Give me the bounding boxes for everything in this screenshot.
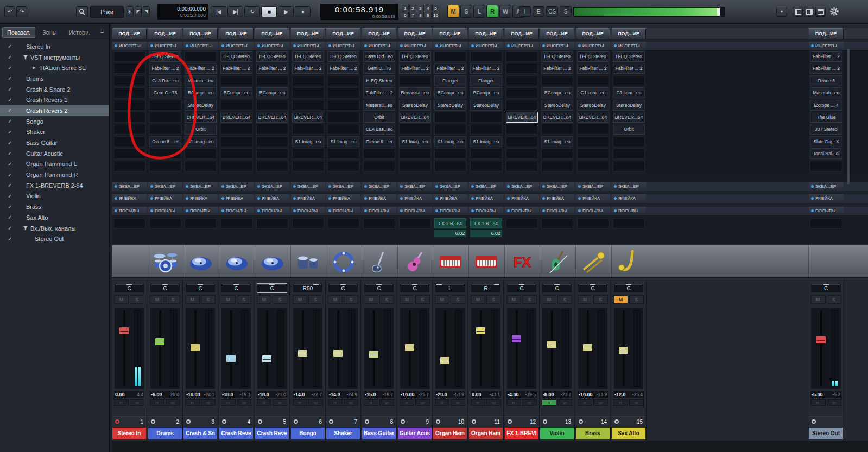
guitar-icon[interactable] [402,249,428,275]
insert-slot[interactable]: Ozone 8 ...er [363,136,395,147]
mute-button[interactable]: M [578,295,592,304]
track-list-item[interactable]: ✓▶HALion Sonic SE [0,62,109,73]
organ-keyboard-icon[interactable] [473,249,499,275]
insert-slot[interactable]: Maserati...eo [810,87,842,98]
visibility-checkmark[interactable]: ✓ [8,65,20,71]
insert-slot[interactable]: Vitamin ...eo [185,75,217,86]
insert-slot[interactable]: H-EQ Stereo [541,51,573,62]
read-automation-button[interactable]: R [114,399,129,406]
channel-name[interactable]: Bass Guitar [362,428,396,439]
insert-slot[interactable]: Bass Rid...eo [363,51,395,62]
peak-value[interactable]: -13.9 [597,392,607,397]
layout-right-zone-button[interactable] [804,7,814,17]
global-w-button[interactable]: W [499,5,511,18]
insert-slot[interactable]: Orbit [363,112,395,123]
peak-value[interactable]: -24.1 [204,392,214,397]
sends-section-header[interactable]: ПОСЫЛЫ [576,207,610,215]
channel-circle-icon[interactable] [365,419,369,424]
visibility-checkmark[interactable]: ✓ [8,225,20,231]
solo-button[interactable]: S [308,295,323,304]
send-slot-empty[interactable] [399,218,431,228]
insert-slot-empty[interactable] [327,87,359,98]
send-slot-empty[interactable] [541,218,573,228]
track-list-item[interactable]: ✓Bongo [0,116,109,127]
read-automation-button[interactable]: R [542,399,556,406]
channel-name[interactable]: Organ Ham [469,428,503,439]
channel-name[interactable]: FX 1-BREVI [505,428,538,439]
insert-slot-empty[interactable] [506,63,538,74]
insert-slot[interactable]: BREVER...64 [185,112,217,123]
routing-header[interactable]: ПОД...ИЕ [255,28,289,39]
insert-slot[interactable]: S1 Imag...eo [327,136,359,147]
eq-section-header[interactable]: ЭКВА...ЕР [326,182,360,190]
channel-name[interactable]: Guitar Acus [398,428,432,439]
strip-section-header[interactable]: ЯЧЕЙКА [505,194,539,202]
insert-slot[interactable]: FabFilter ... 2 [363,87,395,98]
write-automation-button[interactable]: W [451,399,465,406]
mute-button[interactable]: M [328,295,343,304]
insert-slot-empty[interactable] [327,100,359,111]
solo-button[interactable]: S [237,295,251,304]
global-r-button[interactable]: R [486,5,498,18]
write-automation-button[interactable]: W [629,399,644,406]
insert-slot-empty[interactable] [434,51,466,62]
read-automation-button[interactable]: R [150,399,164,406]
insert-slot-empty[interactable] [292,75,324,86]
sends-section-header[interactable]: ПОСЫЛЫ [469,207,503,215]
visibility-checkmark[interactable]: ✓ [8,43,20,49]
insert-slot-empty[interactable] [506,100,538,111]
insert-slot-empty[interactable] [292,124,324,135]
pan-control[interactable]: C [810,283,841,293]
read-automation-button[interactable]: R [506,399,521,406]
eq-section-header[interactable]: ЭКВА...ЕР [540,182,574,190]
insert-slot[interactable]: FabFilter ... 2 [327,63,359,74]
visibility-checkmark[interactable]: ✓ [8,129,20,135]
routing-header[interactable]: ПОД...ИЕ [576,28,610,39]
global-s-button[interactable]: S [460,5,472,18]
insert-slot[interactable]: RCompr...eo [434,87,466,98]
drum-kit-icon[interactable] [153,249,179,275]
saxophone-icon[interactable] [616,249,642,275]
strip-section-header[interactable]: ЯЧЕЙКА [469,194,503,202]
insert-slot-empty[interactable] [613,136,645,147]
insert-slot-empty[interactable] [506,51,538,62]
mode-button-i[interactable]: I [519,6,531,17]
search-icon[interactable] [76,6,88,17]
write-automation-button[interactable]: W [308,399,323,406]
inserts-section-header[interactable]: ИНСЕРТЫ [505,42,539,50]
insert-slot-empty[interactable] [220,75,252,86]
insert-slot[interactable]: Tonal Bal...ol [810,148,842,159]
insert-slot-empty[interactable] [113,51,145,62]
send-slot-empty[interactable] [292,218,324,228]
channel-name[interactable]: Crash & Sn [183,428,217,439]
channel-name[interactable]: Crash Reve [255,428,289,439]
write-automation-button[interactable]: W [557,399,572,406]
read-automation-button[interactable]: R [810,399,826,406]
write-automation-button[interactable]: W [344,399,358,406]
pan-control[interactable]: C [185,283,216,293]
insert-slot[interactable]: S1 Imag...eo [541,136,573,147]
routing-header[interactable]: ПОД...ИЕ [219,28,254,39]
track-button-9[interactable]: 9 [425,12,432,18]
insert-slot-empty[interactable] [113,161,145,171]
insert-slot-empty[interactable] [292,161,324,171]
pan-control[interactable]: L [435,283,465,293]
insert-slot[interactable]: FabFilter ... 2 [613,63,645,74]
track-list-item[interactable]: ✓Crash & Snare 2 [0,84,109,95]
menu-icon[interactable]: ≡ [100,27,104,35]
eq-section-header[interactable]: ЭКВА...ЕР [433,182,467,190]
tambourine-icon[interactable] [331,249,357,275]
track-list-item[interactable]: ✓Bass Guitar [0,137,109,148]
mute-button[interactable]: M [221,295,236,304]
insert-slot-empty[interactable] [113,124,145,135]
fader-db-value[interactable]: -10.00 [186,392,200,397]
solo-button[interactable]: S [522,295,537,304]
send-slot-empty[interactable] [256,218,288,228]
cymbal-icon[interactable] [188,249,214,275]
fader-db-value[interactable]: -18.0 [258,392,269,397]
visibility-checkmark[interactable]: ✓ [8,214,20,220]
insert-slot[interactable]: H-EQ Stereo [613,51,645,62]
read-automation-button[interactable]: R [293,399,307,406]
send-slot-empty[interactable] [185,218,217,228]
channel-name[interactable]: Shaker [326,428,360,439]
